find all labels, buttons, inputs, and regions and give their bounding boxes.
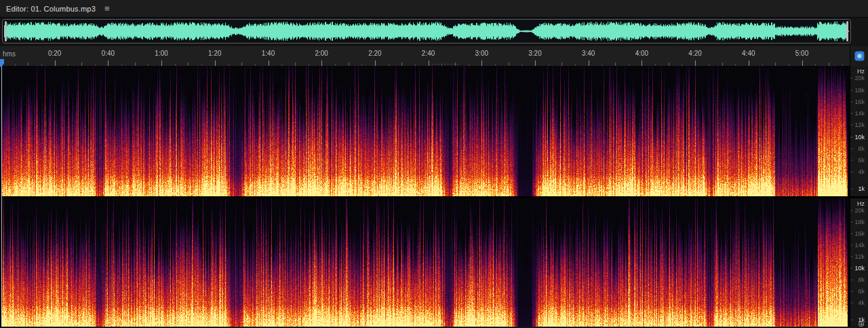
ruler-corner — [850, 46, 868, 66]
navigator-right-handle[interactable] — [846, 21, 848, 41]
freq-tick — [850, 256, 853, 257]
freq-tick — [850, 172, 853, 172]
freq-label-14k: 14k — [854, 110, 865, 117]
freq-label-4k: 4k — [858, 299, 865, 306]
timeline-tick — [55, 60, 56, 66]
timeline-label: 3:00 — [475, 50, 488, 57]
spectrogram-left[interactable] — [1, 66, 850, 196]
channel-left: Hz20k18k16k14k12k10k8k6k4k1k — [0, 66, 868, 196]
timeline-label: 3:20 — [528, 50, 541, 57]
corner-crosshair-icon[interactable]: ⊕ — [858, 320, 865, 328]
spectral-display: Hz20k18k16k14k12k10k8k6k4k1k Hz20k18k16k… — [0, 66, 868, 327]
timeline-label: 1:40 — [262, 50, 275, 57]
timeline-label: 2:00 — [315, 50, 328, 57]
freq-tick — [850, 221, 853, 222]
freq-tick — [850, 78, 853, 79]
freq-label-10k: 10k — [854, 134, 865, 141]
freq-label-12k: 12k — [854, 253, 865, 260]
timeline-label: 5:00 — [795, 50, 808, 57]
freq-label-18k: 18k — [854, 87, 865, 94]
freq-label-14k: 14k — [854, 242, 865, 249]
frequency-unit-label: Hz — [857, 68, 865, 75]
freq-label-8k: 8k — [858, 145, 865, 152]
timeline-label: 0:40 — [102, 50, 115, 57]
freq-label-12k: 12k — [854, 122, 865, 128]
audio-editor-panel: Editor: 01. Columbus.mp3 ≡ hms 0:200:401… — [0, 0, 868, 328]
channel-right: Hz20k18k16k14k12k10k8k6k4k1k — [0, 198, 868, 327]
frequency-scale-right[interactable]: Hz20k18k16k14k12k10k8k6k4k1k — [850, 198, 868, 327]
timeline-label: 4:40 — [742, 50, 755, 57]
freq-tick — [850, 189, 853, 189]
timeline-unit-label: hms — [3, 50, 16, 58]
editor-header: Editor: 01. Columbus.mp3 ≡ — [0, 0, 868, 18]
freq-label-10k: 10k — [854, 265, 865, 272]
freq-tick — [850, 125, 853, 126]
timeline-tick — [802, 60, 803, 66]
freq-label-6k: 6k — [858, 288, 865, 295]
freq-tick — [850, 148, 853, 149]
freq-tick — [850, 210, 853, 211]
timeline-tick — [161, 60, 162, 66]
freq-tick — [850, 291, 853, 292]
freq-label-20k: 20k — [854, 75, 865, 81]
freq-label-16k: 16k — [854, 230, 865, 237]
freq-tick — [850, 233, 853, 234]
panel-menu-icon[interactable]: ≡ — [104, 5, 110, 12]
freq-tick — [850, 136, 853, 137]
playhead-line[interactable] — [1, 66, 2, 327]
frequency-unit-label: Hz — [857, 200, 865, 207]
frequency-scale-left[interactable]: Hz20k18k16k14k12k10k8k6k4k1k — [850, 66, 868, 196]
timeline-label: 3:40 — [582, 50, 595, 57]
freq-tick — [850, 244, 853, 245]
timeline-label: 4:20 — [688, 50, 701, 57]
freq-tick — [850, 280, 853, 280]
timeline-tick — [642, 60, 642, 66]
freq-tick — [850, 101, 853, 102]
timeline-label: 1:00 — [155, 50, 167, 57]
timeline-label: 1:20 — [208, 50, 221, 57]
freq-tick — [850, 90, 853, 90]
overview-waveform[interactable] — [4, 21, 849, 41]
timeline-label: 0:20 — [48, 50, 61, 57]
timeline-tick — [589, 60, 589, 66]
freq-label-1k: 1k — [858, 185, 865, 192]
timeline-tick — [375, 60, 376, 66]
timeline-tick — [321, 60, 322, 66]
timeline-tick — [535, 60, 536, 66]
freq-tick — [850, 160, 853, 161]
freq-label-8k: 8k — [858, 276, 865, 283]
zoom-navigator[interactable] — [2, 19, 851, 43]
freq-tick — [850, 319, 853, 320]
divider-grip-icon[interactable]: ········· — [416, 62, 475, 67]
freq-label-18k: 18k — [854, 219, 865, 225]
freq-tick — [850, 268, 853, 269]
navigator-left-handle[interactable] — [5, 21, 7, 41]
freq-tick — [850, 113, 853, 114]
freq-label-20k: 20k — [854, 207, 865, 214]
freq-label-16k: 16k — [854, 98, 865, 105]
spectral-display-icon[interactable] — [854, 51, 865, 61]
timeline-tick — [481, 60, 482, 66]
freq-label-4k: 4k — [858, 168, 865, 175]
timeline-label: 2:40 — [422, 50, 435, 57]
timeline-tick — [695, 60, 696, 66]
timeline-label: 4:00 — [635, 50, 648, 57]
timeline-tick — [749, 60, 749, 66]
timeline-tick — [108, 60, 108, 66]
editor-title: Editor: 01. Columbus.mp3 — [6, 5, 96, 13]
timeline-tick — [269, 60, 269, 66]
timeline-tick — [215, 60, 216, 66]
freq-tick — [850, 303, 853, 304]
timeline-label: 2:20 — [368, 50, 381, 57]
freq-label-6k: 6k — [858, 157, 865, 164]
spectrogram-right[interactable] — [1, 198, 850, 327]
